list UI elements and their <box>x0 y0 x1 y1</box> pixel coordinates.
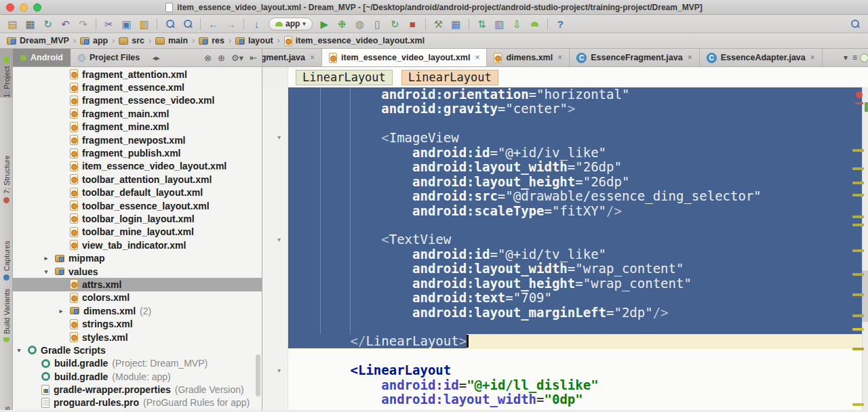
fold-marker-icon[interactable]: ▾ <box>277 367 281 374</box>
error-stripe-warning-mark[interactable] <box>852 403 864 406</box>
error-stripe-red-mark[interactable] <box>855 102 863 104</box>
code-line[interactable]: android:text="709" <box>288 291 862 305</box>
code-line[interactable]: </LinearLayout> <box>288 334 862 348</box>
breadcrumb-item[interactable]: app <box>79 36 109 45</box>
breadcrumb-item[interactable]: Dream_MVP <box>5 36 71 45</box>
error-stripe-warning-mark[interactable] <box>852 215 864 218</box>
code-line[interactable]: <TextView <box>288 232 862 247</box>
chevron-expanded-icon[interactable]: ▾ <box>41 268 51 275</box>
cut-icon[interactable]: ✂ <box>100 16 117 32</box>
breadcrumb-item[interactable]: main <box>154 36 189 45</box>
breadcrumb-item[interactable]: res <box>197 36 226 45</box>
error-stripe-warning-mark[interactable] <box>852 249 864 252</box>
code-line[interactable]: android:id="@+id/tv_like" <box>288 247 862 262</box>
close-tab-icon[interactable]: × <box>688 53 692 62</box>
project-structure-icon[interactable]: ⚒ <box>430 16 447 32</box>
code-line[interactable]: android:gravity="center"> <box>288 102 862 116</box>
tree-item-build-gradle[interactable]: build.gradle(Module: app) <box>13 370 262 383</box>
avd-manager-icon[interactable] <box>526 16 543 32</box>
fold-marker-icon[interactable]: ▾ <box>277 236 281 243</box>
code-line[interactable]: android:orientation="horizontal" <box>288 87 862 102</box>
redo-icon[interactable]: ↷ <box>75 16 92 32</box>
forward-icon[interactable]: → <box>222 16 239 32</box>
error-stripe-warning-mark[interactable] <box>852 273 864 276</box>
tool-strip--structure[interactable]: 7: Structure <box>0 129 13 203</box>
close-tab-icon[interactable]: × <box>810 53 815 62</box>
paste-icon[interactable]: ▥ <box>136 16 153 32</box>
sdk-manager-icon[interactable]: ⇩ <box>509 16 526 32</box>
device-monitor-icon[interactable]: ▥ <box>491 16 508 32</box>
code-line[interactable] <box>288 349 862 363</box>
tree-item-fragment-attention-xml[interactable]: fragment_attention.xml <box>13 68 262 81</box>
error-stripe-warning-mark[interactable] <box>852 293 864 296</box>
coverage-icon[interactable]: ◍ <box>351 16 368 32</box>
save-all-icon[interactable]: ▦ <box>22 16 39 32</box>
search-everywhere-icon[interactable] <box>850 19 860 28</box>
tree-item-gradle-wrapper-properties[interactable]: gradle-wrapper.properties(Gradle Version… <box>13 383 262 396</box>
tree-item-item-essence-video-layout-xml[interactable]: item_essence_video_layout.xml <box>13 160 262 173</box>
tool-strip-captures[interactable]: Captures <box>0 225 13 281</box>
chevron-expanded-icon[interactable]: ▾ <box>14 347 24 354</box>
tree-item-fragment-main-xml[interactable]: fragment_main.xml <box>13 107 262 120</box>
gradle-sync-icon[interactable]: ⇅ <box>473 16 490 32</box>
undo-icon[interactable]: ↶ <box>57 16 74 32</box>
copy-icon[interactable]: ▣ <box>118 16 135 32</box>
tree-item-attrs-xml[interactable]: attrs.xml <box>13 278 262 291</box>
editor-scrollbar-track[interactable] <box>862 87 868 410</box>
tree-item-view-tab-indicator-xml[interactable]: view_tab_indicator.xml <box>13 239 262 251</box>
tree-item-proguard-rules-pro[interactable]: proguard-rules.pro(ProGuard Rules for ap… <box>13 396 262 409</box>
editor-tab-dimens-xml[interactable]: dimens.xml× <box>487 49 570 66</box>
tree-item-fragment-essence-video-xml[interactable]: fragment_essence_video.xml <box>13 94 262 107</box>
search-icon[interactable] <box>161 16 178 32</box>
tree-item-toolbar-essence-layout-xml[interactable]: toolbar_essence_layout.xml <box>13 199 262 212</box>
error-stripe-warning-mark[interactable] <box>852 149 864 152</box>
tree-item-strings-xml[interactable]: strings.xml <box>13 317 262 330</box>
close-tab-icon[interactable]: × <box>310 53 315 62</box>
minimize-window-button[interactable] <box>20 3 28 12</box>
code-line[interactable]: android:layout_marginLeft="2dp"/> <box>288 306 862 320</box>
hide-panel-icon[interactable]: ⇤ <box>250 53 257 63</box>
code-line[interactable]: android:layout_width="wrap_content" <box>288 262 862 276</box>
breadcrumb-item[interactable]: layout <box>234 36 275 45</box>
zoom-window-button[interactable] <box>33 3 41 12</box>
stop-icon[interactable]: ■ <box>404 16 421 32</box>
close-tab-icon[interactable]: × <box>475 53 479 62</box>
code-line[interactable] <box>288 320 862 334</box>
tree-item-toolbar-mine-layout-xml[interactable]: toolbar_mine_layout.xml <box>13 226 262 239</box>
tab-list-dropdown-icon[interactable]: ▾ <box>844 53 848 62</box>
rerun-icon[interactable]: ↻ <box>387 16 403 32</box>
code-line[interactable]: <LinearLayout <box>288 363 862 377</box>
tree-item-colors-xml[interactable]: colors.xml <box>13 291 262 304</box>
error-stripe-warning-mark[interactable] <box>852 194 864 197</box>
sync-files-icon[interactable]: ↻ <box>39 16 56 32</box>
replace-icon[interactable] <box>179 16 196 32</box>
error-stripe-warning-mark[interactable] <box>852 328 864 331</box>
tree-item-values[interactable]: ▾values <box>13 265 262 278</box>
tree-item-toolbar-default-layout-xml[interactable]: toolbar_default_layout.xml <box>13 186 262 199</box>
open-project-icon[interactable]: ▤ <box>4 16 21 32</box>
attach-debugger-icon[interactable]: ▯ <box>369 16 386 32</box>
code-line[interactable]: android:id="@+id/ll_dislike" <box>288 378 862 392</box>
code-line[interactable]: android:src="@drawable/essence_ding_sele… <box>288 189 862 203</box>
tree-item-mipmap[interactable]: ▸mipmap <box>13 251 262 264</box>
settings-icon[interactable]: ⚙▾ <box>231 53 243 63</box>
error-stripe-warning-mark[interactable] <box>852 167 864 170</box>
editor-tab-essenceadapter-java[interactable]: CEssenceAdapter.java× <box>700 49 823 66</box>
collapse-all-icon[interactable]: ⊗ <box>204 53 212 63</box>
run-icon[interactable]: ▶ <box>316 16 333 32</box>
editor-tab-fragment-java[interactable]: Fragment.java× <box>262 49 322 66</box>
error-stripe-dot[interactable] <box>856 91 863 98</box>
chevron-collapsed-icon[interactable]: ▸ <box>56 308 66 314</box>
tab-list-icon[interactable]: ≡ <box>852 53 857 62</box>
view-switcher-icon[interactable]: ◂▸ <box>153 54 159 62</box>
tree-scrollbar[interactable] <box>256 354 260 396</box>
tree-item-build-gradle[interactable]: build.gradle(Project: Dream_MVP) <box>13 357 262 370</box>
sort-lines-icon[interactable]: ↓ <box>248 16 265 32</box>
project-view-tab-android[interactable]: Android <box>13 49 71 66</box>
tree-item-toolbar-login-layout-xml[interactable]: toolbar_login_layout.xml <box>13 212 262 225</box>
tree-item-toolbar-attention-layout-xml[interactable]: toolbar_attention_layout.xml <box>13 173 262 186</box>
breadcrumb-item[interactable]: item_essence_video_layout.xml <box>283 36 426 46</box>
tool-strip-favorites[interactable]: Favorites <box>0 373 13 410</box>
help-icon[interactable]: ? <box>552 16 569 32</box>
scroll-to-source-icon[interactable]: ⊕ <box>218 53 225 63</box>
